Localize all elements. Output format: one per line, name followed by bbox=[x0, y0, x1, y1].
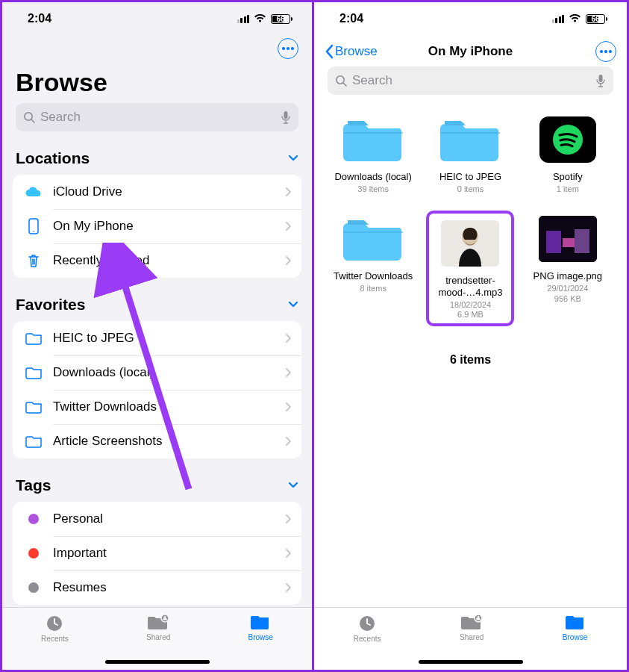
favorite-twitter-downloads[interactable]: Twitter Downloads bbox=[13, 390, 301, 424]
status-indicators: 66 bbox=[237, 14, 293, 24]
chevron-right-icon bbox=[285, 582, 291, 593]
tag-color-icon bbox=[23, 548, 44, 559]
chevron-right-icon bbox=[285, 187, 291, 197]
page-title: Browse bbox=[2, 59, 312, 103]
status-time: 2:04 bbox=[339, 12, 363, 25]
cellular-signal-icon bbox=[552, 15, 565, 23]
folder-icon bbox=[565, 614, 586, 632]
chevron-left-icon bbox=[325, 44, 334, 59]
favorites-list: HEIC to JPEG Downloads (local) Twitter D… bbox=[13, 321, 301, 458]
more-options-button[interactable] bbox=[595, 41, 616, 62]
nav-bar: Browse On My iPhone bbox=[314, 35, 627, 66]
folder-icon bbox=[23, 332, 44, 345]
page-title: On My iPhone bbox=[428, 44, 513, 59]
search-placeholder: Search bbox=[40, 110, 281, 125]
tag-resumes[interactable]: Resumes bbox=[13, 570, 301, 605]
folder-icon bbox=[343, 116, 403, 163]
folder-icon bbox=[440, 116, 500, 163]
search-icon bbox=[335, 75, 348, 87]
iphone-icon bbox=[23, 218, 44, 234]
locations-list: iCloud Drive On My iPhone Recently Delet… bbox=[13, 175, 301, 278]
folder-downloads-local[interactable]: Downloads (local) 39 items bbox=[332, 114, 414, 194]
tab-shared[interactable]: Shared bbox=[460, 614, 484, 641]
status-time: 2:04 bbox=[28, 12, 51, 25]
location-on-my-iphone[interactable]: On My iPhone bbox=[13, 209, 301, 243]
file-grid: Downloads (local) 39 items HEIC to JPEG … bbox=[314, 102, 627, 323]
status-indicators: 66 bbox=[552, 14, 608, 24]
status-bar: 2:04 66 bbox=[314, 2, 627, 35]
cloud-icon bbox=[23, 186, 44, 198]
clock-icon bbox=[357, 614, 377, 633]
svg-line-1 bbox=[31, 119, 34, 122]
search-input[interactable]: Search bbox=[16, 103, 298, 131]
folder-icon bbox=[250, 614, 271, 632]
tag-color-icon bbox=[23, 514, 44, 524]
home-indicator[interactable] bbox=[105, 660, 210, 664]
chevron-right-icon bbox=[285, 333, 291, 343]
chevron-right-icon bbox=[285, 221, 291, 231]
folder-icon bbox=[23, 435, 44, 448]
svg-rect-2 bbox=[284, 111, 288, 119]
tab-bar: Recents Shared Browse bbox=[2, 607, 312, 670]
spotify-app-icon bbox=[539, 116, 596, 163]
svg-point-4 bbox=[33, 231, 34, 232]
mic-icon[interactable] bbox=[281, 111, 291, 124]
chevron-down-icon bbox=[288, 155, 298, 162]
search-placeholder: Search bbox=[352, 73, 595, 88]
chevron-down-icon bbox=[288, 301, 298, 308]
svg-rect-18 bbox=[563, 238, 575, 247]
favorite-heic-to-jpeg[interactable]: HEIC to JPEG bbox=[13, 321, 301, 355]
svg-line-10 bbox=[343, 83, 346, 86]
favorites-header[interactable]: Favorites bbox=[2, 285, 312, 318]
chevron-right-icon bbox=[285, 514, 291, 524]
chevron-right-icon bbox=[285, 367, 291, 378]
mic-icon[interactable] bbox=[595, 74, 606, 87]
folder-spotify[interactable]: Spotify 1 item bbox=[527, 114, 609, 194]
tag-personal[interactable]: Personal bbox=[13, 502, 301, 536]
folder-icon bbox=[23, 366, 44, 379]
cellular-signal-icon bbox=[237, 15, 250, 23]
tab-recents[interactable]: Recents bbox=[41, 614, 69, 643]
screen-on-my-iphone: 2:04 66 Browse On My iPhone bbox=[314, 0, 629, 672]
tab-shared[interactable]: Shared bbox=[146, 614, 170, 641]
back-button[interactable]: Browse bbox=[325, 44, 378, 59]
folder-heic-to-jpeg[interactable]: HEIC to JPEG 0 items bbox=[429, 114, 511, 194]
clock-icon bbox=[45, 614, 64, 633]
chevron-right-icon bbox=[285, 436, 291, 447]
folder-icon bbox=[23, 400, 44, 414]
file-trendsetter-mp3[interactable]: trendsetter-mood-…4.mp3 18/02/2024 6.9 M… bbox=[429, 214, 511, 323]
screen-browse: 2:04 66 Browse Search bbox=[0, 0, 314, 672]
search-input[interactable]: Search bbox=[328, 66, 613, 95]
tags-list: Personal Important Resumes bbox=[13, 502, 301, 605]
home-indicator[interactable] bbox=[419, 660, 523, 664]
svg-rect-17 bbox=[575, 229, 589, 253]
file-png-image[interactable]: PNG image.png 29/01/2024 956 KB bbox=[527, 214, 609, 323]
shared-folder-icon bbox=[460, 614, 483, 632]
tab-browse[interactable]: Browse bbox=[248, 614, 273, 641]
battery-icon: 66 bbox=[271, 14, 292, 24]
tag-color-icon bbox=[23, 582, 44, 593]
tags-header[interactable]: Tags bbox=[2, 466, 312, 499]
favorite-downloads-local[interactable]: Downloads (local) bbox=[13, 355, 301, 390]
folder-twitter-downloads[interactable]: Twitter Downloads 8 items bbox=[332, 214, 414, 323]
chevron-down-icon bbox=[288, 482, 298, 489]
image-thumbnail bbox=[539, 216, 597, 262]
battery-icon: 66 bbox=[586, 14, 607, 24]
location-icloud-drive[interactable]: iCloud Drive bbox=[13, 175, 301, 209]
svg-rect-11 bbox=[599, 75, 603, 82]
trash-icon bbox=[23, 253, 44, 268]
locations-header[interactable]: Locations bbox=[2, 139, 312, 172]
favorite-article-screenshots[interactable]: Article Screenshots bbox=[13, 424, 301, 458]
shared-folder-icon bbox=[147, 614, 169, 632]
chevron-right-icon bbox=[285, 548, 291, 559]
tab-browse[interactable]: Browse bbox=[563, 614, 587, 641]
search-icon bbox=[23, 111, 36, 124]
location-recently-deleted[interactable]: Recently Deleted bbox=[13, 243, 301, 278]
svg-rect-16 bbox=[546, 231, 561, 253]
more-options-button[interactable] bbox=[278, 38, 298, 59]
tag-important[interactable]: Important bbox=[13, 536, 301, 570]
status-bar: 2:04 66 bbox=[2, 2, 312, 35]
audio-thumbnail bbox=[441, 220, 499, 267]
chevron-right-icon bbox=[285, 402, 291, 412]
tab-recents[interactable]: Recents bbox=[354, 614, 381, 643]
